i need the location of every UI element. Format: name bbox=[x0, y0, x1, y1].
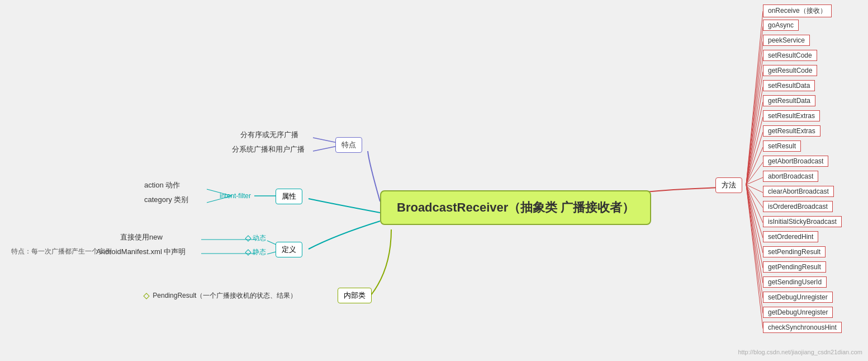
method-item: getResultExtras bbox=[763, 125, 820, 137]
dynamic-tag: 动态 bbox=[246, 233, 266, 243]
feature-item-1: 分有序或无序广播 bbox=[240, 130, 298, 140]
svg-line-15 bbox=[746, 87, 763, 185]
method-item: setResult bbox=[763, 140, 801, 152]
svg-line-22 bbox=[746, 185, 763, 193]
method-item: setDebugUnregister bbox=[763, 292, 833, 303]
main-node: BroadcastReceiver（抽象类 广播接收者） bbox=[380, 190, 651, 225]
category-label: category 类别 bbox=[144, 195, 188, 205]
define-node: 定义 bbox=[276, 242, 302, 257]
inner-class-node: 内部类 bbox=[338, 288, 372, 303]
feature-item-2: 分系统广播和用户广播 bbox=[232, 144, 305, 154]
method-item: setResultExtras bbox=[763, 110, 820, 121]
method-item: goAsync bbox=[763, 20, 799, 31]
svg-line-25 bbox=[746, 185, 763, 238]
method-item: getDebugUnregister bbox=[763, 307, 833, 318]
feature-label: 特点 bbox=[341, 140, 356, 150]
method-item: checkSynchronousHint bbox=[763, 322, 842, 333]
action-label: action 动作 bbox=[144, 180, 180, 190]
method-item: getResultCode bbox=[763, 65, 817, 76]
pending-result-label: PendingResult（一个广播接收机的状态、结果） bbox=[144, 291, 297, 301]
method-item: clearAbortBroadcast bbox=[763, 186, 834, 197]
direct-new-label: 直接使用new bbox=[120, 232, 163, 242]
define-note: 特点：每一次广播都产生一个实例 bbox=[11, 247, 112, 256]
method-item: getAbortBroadcast bbox=[763, 156, 828, 167]
method-item: isInitialStickyBroadcast bbox=[763, 216, 842, 227]
method-item: getResultData bbox=[763, 95, 815, 106]
svg-line-28 bbox=[746, 185, 763, 283]
svg-line-29 bbox=[746, 185, 763, 298]
method-item: onReceive（接收） bbox=[763, 4, 832, 17]
method-item: setOrderedHint bbox=[763, 231, 818, 242]
property-node: 属性 bbox=[276, 189, 302, 204]
watermark: http://blog.csdn.net/jiaojiang_csdn21dia… bbox=[738, 349, 862, 355]
main-node-label: BroadcastReceiver（抽象类 广播接收者） bbox=[397, 200, 634, 214]
method-item: setPendingResult bbox=[763, 246, 826, 257]
method-item: getSendingUserId bbox=[763, 276, 827, 288]
method-item: setResultData bbox=[763, 80, 815, 91]
method-item: peekService bbox=[763, 35, 810, 46]
method-item: getPendingResult bbox=[763, 261, 826, 273]
feature-node: 特点 bbox=[335, 137, 362, 153]
static-tag: 静态 bbox=[246, 247, 266, 257]
method-item: abortBroadcast bbox=[763, 171, 818, 182]
method-item: isOrderedBroadcast bbox=[763, 201, 833, 212]
method-item: setResultCode bbox=[763, 50, 817, 61]
intent-filter-label: intent-filter bbox=[220, 192, 251, 200]
method-node: 方法 bbox=[715, 177, 742, 193]
